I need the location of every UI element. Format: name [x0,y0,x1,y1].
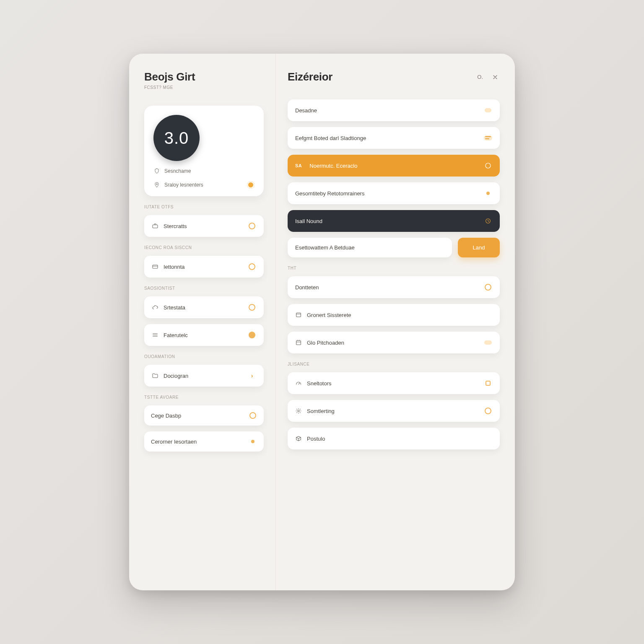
app-title: Beojs Girt [144,70,264,83]
sidebar-item-srtestata[interactable]: Srtestata [144,296,264,318]
sidebar-item-cerorner[interactable]: Cerorner Iesortaen [144,431,264,452]
svg-point-7 [298,410,299,412]
app-card: Beojs Girt FCSST? MGE 3.0 Sesnchame Sral… [129,54,515,590]
header-action-label[interactable]: O. [477,74,483,80]
section-label-5: TSTTE AVOARE [144,395,264,400]
profile-line-2-text: Sraloy lesnenters [164,182,203,188]
pill-icon [484,338,492,347]
svg-rect-5 [296,313,301,317]
calendar-icon [295,339,302,346]
list-item-noermutc-active[interactable]: SA Noermutc. Eceraclo [288,155,500,177]
list-item-label: Glo Pitchoaden [307,340,344,346]
sidebar-item-label: Stercratts [164,223,187,229]
list-item-label: Isall Nound [295,218,322,224]
button-label: Land [473,244,485,251]
window-icon [295,312,302,318]
svg-rect-6 [296,340,301,345]
right-section-b: JLISANCE [288,362,500,366]
section-label-3: SAOSIONTIST [144,286,264,291]
section-label-4: OUOAMATION [144,354,264,359]
avatar-value: 3.0 [164,129,189,148]
gauge-icon [295,380,302,387]
list-item-gronert[interactable]: Gronert Sissterete [288,304,500,326]
profile-line-1-text: Sesnchame [164,168,191,174]
sidebar-item-label: Iettonnta [164,264,185,270]
list-item-label: Esettowattem A Betduae [295,244,355,251]
sidebar-item-faterutelc[interactable]: Faterutelc [144,324,264,346]
svg-rect-2 [153,265,158,268]
card-icon [152,263,158,270]
ring-icon [248,331,256,339]
list-item-eefgmt[interactable]: Eefgmt Boted darl Sladtionge [288,127,500,149]
ring-icon [248,303,256,312]
sidebar-item-iettonnta[interactable]: Iettonnta [144,256,264,278]
list-icon [152,332,158,338]
left-header: Beojs Girt FCSST? MGE [144,70,264,90]
sidebar-item-label: Cege Dasbp [151,413,181,419]
sidebar-item-stercratts[interactable]: Stercratts [144,215,264,237]
lines-icon [484,134,492,142]
sidebar-item-label: Faterutelc [164,332,188,338]
list-item-postulo[interactable]: Postulo [288,428,500,449]
ring-icon [248,222,256,230]
sidebar-item-label: Srtestata [164,304,185,311]
status-dot-icon [247,181,254,189]
input-row: Esettowattem A Betduae Land [288,238,500,257]
section-label-1: IUTATE OTFS [144,205,264,209]
svg-rect-1 [153,225,158,228]
list-item-label: Somtlerting [307,408,335,414]
ring-icon [248,262,256,271]
profile-line-1: Sesnchame [153,168,254,174]
folder-icon [152,372,158,379]
right-pane: Eizéreior O. Desadne Eefgmt Boted darl S… [276,54,515,590]
clock-icon [484,217,492,225]
list-item-label: Gesomtiteby Retotomrainers [295,190,364,197]
list-item-gesomtiteby[interactable]: Gesomtiteby Retotomrainers [288,182,500,204]
chevron-right-icon: › [248,371,256,380]
list-item-dontteten[interactable]: Dontteten [288,276,500,298]
land-button[interactable]: Land [458,238,500,257]
list-item-label: Sneltotors [307,380,332,387]
sidebar-item-cege-dasbp[interactable]: Cege Dasbp [144,405,264,426]
list-item-isall-nound[interactable]: Isall Nound [288,210,500,232]
dot-icon [484,189,492,197]
list-item-label: Dontteten [295,284,319,291]
square-icon [484,379,492,387]
list-item-label: Noermutc. Eceraclo [309,163,357,169]
profile-line-2[interactable]: Sraloy lesnenters [153,181,254,189]
right-section-a: THT [288,266,500,270]
list-item-label: Eefgmt Boted darl Sladtionge [295,135,366,141]
ring-icon [484,407,492,415]
list-item-glo[interactable]: Glo Pitchoaden [288,332,500,353]
close-button[interactable] [491,73,500,82]
right-title: Eizéreior [288,70,332,83]
sidebar-item-dociogran[interactable]: Dociogran › [144,365,264,387]
ring-icon [249,411,257,420]
list-item-label: Desadne [295,107,317,114]
cloud-icon [152,304,158,311]
app-subtitle: FCSST? MGE [144,85,264,90]
svg-point-0 [156,184,158,185]
gear-icon [295,408,302,414]
circle-icon [484,161,492,170]
avatar: 3.0 [153,115,200,161]
location-icon [153,182,160,188]
briefcase-icon [152,223,158,229]
box-icon [295,435,302,442]
shield-icon [153,168,160,174]
list-item-desadne[interactable]: Desadne [288,99,500,121]
dot-icon [249,437,257,446]
left-pane: Beojs Girt FCSST? MGE 3.0 Sesnchame Sral… [129,54,276,590]
tag-icon [484,106,492,114]
list-item-label: Postulo [307,436,325,442]
sidebar-item-label: Cerorner Iesortaen [151,439,197,445]
svg-point-3 [486,163,491,168]
section-label-2: IECONC ROA SISCCN [144,245,264,250]
list-item-sneltotors[interactable]: Sneltotors [288,372,500,394]
profile-card: 3.0 Sesnchame Sraloy lesnenters [144,106,264,196]
ring-icon [484,283,492,291]
list-item-label: Gronert Sissterete [307,312,351,318]
sa-prefix: SA [295,163,302,168]
list-item-esettowattem[interactable]: Esettowattem A Betduae [288,238,452,257]
list-item-somtlerting[interactable]: Somtlerting [288,400,500,422]
